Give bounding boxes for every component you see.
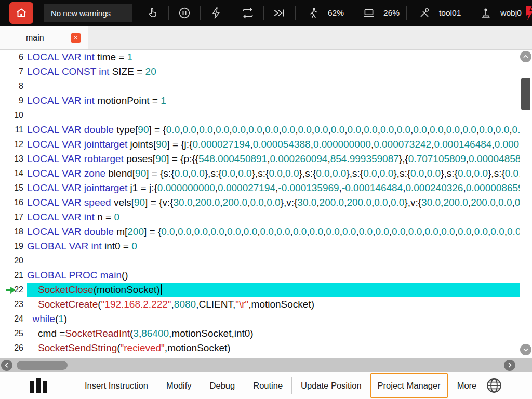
scroll-up-icon[interactable] — [520, 51, 531, 62]
jog-speed-icon — [307, 6, 320, 20]
code-text[interactable]: LOCAL VAR double m[200] = {0.0,0.0,0.0,0… — [27, 224, 520, 239]
code-line-6[interactable]: 6LOCAL VAR int time = 1 — [0, 50, 520, 64]
code-text[interactable]: SocketSendString("recieved",motionSocket… — [27, 341, 520, 355]
line-number-gutter: 16 — [0, 195, 27, 210]
horizontal-scrollbar[interactable] — [0, 358, 532, 372]
selected-code-text[interactable]: SocketClose(motionSocket) — [27, 283, 520, 297]
line-number-gutter: 21 — [0, 268, 27, 283]
code-editor[interactable]: 6LOCAL VAR int time = 17LOCAL CONST int … — [0, 50, 520, 358]
bottom-toolbar: Insert InstructionModifyDebugRoutineUpda… — [0, 372, 532, 399]
tab-label: main — [26, 33, 44, 43]
code-line-14[interactable]: 14LOCAL VAR zone blend[90] = {s:{0.0,0.0… — [0, 166, 520, 181]
line-number: 22 — [14, 285, 23, 295]
wobj-selector[interactable]: wobj0 — [475, 6, 522, 20]
tab-main[interactable]: main × — [0, 26, 88, 49]
divider — [168, 6, 169, 20]
bottom-button-insert-instruction[interactable]: Insert Instruction — [76, 377, 157, 394]
code-line-18[interactable]: 18LOCAL VAR double m[200] = {0.0,0.0,0.0… — [0, 224, 520, 239]
code-text[interactable]: while(1) — [27, 312, 520, 326]
code-line-21[interactable]: 21GLOBAL PROC main() — [0, 268, 520, 283]
code-line-11[interactable]: 11LOCAL VAR double type[90] = {0.0,0.0,0… — [0, 123, 520, 137]
code-text[interactable]: LOCAL VAR zone blend[90] = {s:{0.0,0.0},… — [27, 166, 520, 181]
line-number-gutter: 13 — [0, 152, 27, 166]
scroll-down-icon[interactable] — [520, 344, 531, 355]
tool-value: tool01 — [439, 8, 461, 18]
code-line-26[interactable]: 26 SocketSendString("recieved",motionSoc… — [0, 341, 520, 355]
bottom-button-routine[interactable]: Routine — [244, 377, 291, 394]
vertical-scrollbar[interactable] — [520, 50, 532, 358]
code-line-13[interactable]: 13LOCAL VAR robtarget poses[90] = {p:{{5… — [0, 152, 520, 166]
code-text[interactable]: LOCAL VAR double type[90] = {0.0,0.0,0.0… — [27, 123, 520, 137]
bottom-button-project-manager[interactable]: Project Manager — [370, 373, 448, 398]
code-line-20[interactable]: 20 — [0, 254, 520, 268]
bottom-button-more[interactable]: More — [448, 377, 486, 394]
code-line-15[interactable]: 15LOCAL VAR jointtarget j1 = j:{0.000000… — [0, 181, 520, 195]
code-text[interactable] — [27, 79, 520, 94]
wobj-value: wobj0 — [500, 8, 522, 18]
code-text[interactable]: LOCAL VAR jointtarget joints[90] = {j:{0… — [27, 137, 520, 152]
code-text[interactable]: LOCAL VAR int n = 0 — [27, 210, 520, 224]
lightning-icon[interactable] — [209, 6, 223, 20]
speed-indicator[interactable]: 62% — [302, 6, 344, 20]
line-number-gutter: 17 — [0, 210, 27, 224]
code-text[interactable]: LOCAL CONST int SIZE = 20 — [27, 64, 520, 79]
hand-guide-icon[interactable] — [146, 6, 159, 20]
code-text[interactable]: GLOBAL VAR int int0 = 0 — [27, 239, 520, 254]
code-line-22[interactable]: 22 SocketClose(motionSocket) — [0, 283, 520, 297]
scroll-right-icon[interactable] — [504, 360, 515, 371]
line-number: 21 — [14, 271, 23, 280]
menu-columns-icon[interactable] — [30, 378, 47, 393]
home-button[interactable] — [9, 2, 33, 24]
line-number-gutter: 15 — [0, 181, 27, 195]
line-number: 13 — [14, 154, 23, 164]
bottom-button-modify[interactable]: Modify — [157, 377, 201, 394]
bottom-button-debug[interactable]: Debug — [201, 377, 244, 394]
code-line-10[interactable]: 10 — [0, 108, 520, 123]
pause-icon[interactable] — [178, 6, 191, 20]
code-text[interactable]: LOCAL VAR jointtarget j1 = j:{0.00000000… — [27, 181, 520, 195]
cycle-mode-icon[interactable] — [241, 6, 255, 20]
divider — [263, 6, 264, 20]
code-line-7[interactable]: 7LOCAL CONST int SIZE = 20 — [0, 64, 520, 79]
line-number: 8 — [19, 82, 23, 91]
code-line-19[interactable]: 19GLOBAL VAR int int0 = 0 — [0, 239, 520, 254]
code-line-23[interactable]: 23 SocketCreate("192.168.2.222",8080,CLI… — [0, 297, 520, 312]
code-text[interactable]: LOCAL VAR int motionPoint = 1 — [27, 94, 520, 108]
code-text[interactable]: LOCAL VAR int time = 1 — [27, 50, 520, 64]
code-text[interactable]: LOCAL VAR robtarget poses[90] = {p:{{548… — [27, 152, 520, 166]
code-line-16[interactable]: 16LOCAL VAR speed vels[90] = {v:{30.0,20… — [0, 195, 520, 210]
wrench-icon — [418, 6, 431, 20]
code-text[interactable]: cmd =SocketReadInt(3,86400,motionSocket,… — [27, 326, 520, 341]
code-text[interactable] — [27, 254, 520, 268]
code-text[interactable] — [27, 108, 520, 123]
line-number-gutter: 25 — [0, 326, 27, 341]
bottom-button-update-position[interactable]: Update Position — [291, 377, 370, 394]
bottom-buttons: Insert InstructionModifyDebugRoutineUpda… — [76, 373, 485, 398]
code-line-24[interactable]: 24 while(1) — [0, 312, 520, 326]
code-line-17[interactable]: 17LOCAL VAR int n = 0 — [0, 210, 520, 224]
code-line-25[interactable]: 25 cmd =SocketReadInt(3,86400,motionSock… — [0, 326, 520, 341]
vertical-scroll-thumb[interactable] — [521, 78, 530, 110]
line-number: 17 — [14, 212, 23, 222]
code-text[interactable]: SocketCreate("192.168.2.222",8080,CLIENT… — [27, 297, 520, 312]
scroll-left-icon[interactable] — [1, 360, 12, 371]
code-text[interactable]: GLOBAL PROC main() — [27, 268, 520, 283]
globe-icon[interactable] — [485, 377, 503, 394]
joystick-icon — [479, 6, 493, 20]
close-icon[interactable]: × — [71, 33, 81, 43]
tool-selector[interactable]: tool01 — [414, 6, 461, 20]
load-value: 26% — [383, 8, 400, 18]
code-line-9[interactable]: 9LOCAL VAR int motionPoint = 1 — [0, 94, 520, 108]
code-text[interactable]: LOCAL VAR speed vels[90] = {v:{30.0,200.… — [27, 195, 520, 210]
divider — [232, 6, 232, 20]
line-number: 9 — [19, 96, 23, 105]
code-lines: 6LOCAL VAR int time = 17LOCAL CONST int … — [0, 50, 520, 355]
code-line-8[interactable]: 8 — [0, 79, 520, 94]
speed-value: 62% — [328, 8, 344, 18]
step-run-icon[interactable] — [273, 6, 286, 20]
system-load-indicator[interactable]: 26% — [358, 6, 400, 20]
code-line-12[interactable]: 12LOCAL VAR jointtarget joints[90] = {j:… — [0, 137, 520, 152]
line-number: 10 — [14, 111, 23, 120]
warning-status[interactable]: No new warnings — [44, 4, 132, 22]
horizontal-scroll-thumb[interactable] — [17, 361, 68, 370]
